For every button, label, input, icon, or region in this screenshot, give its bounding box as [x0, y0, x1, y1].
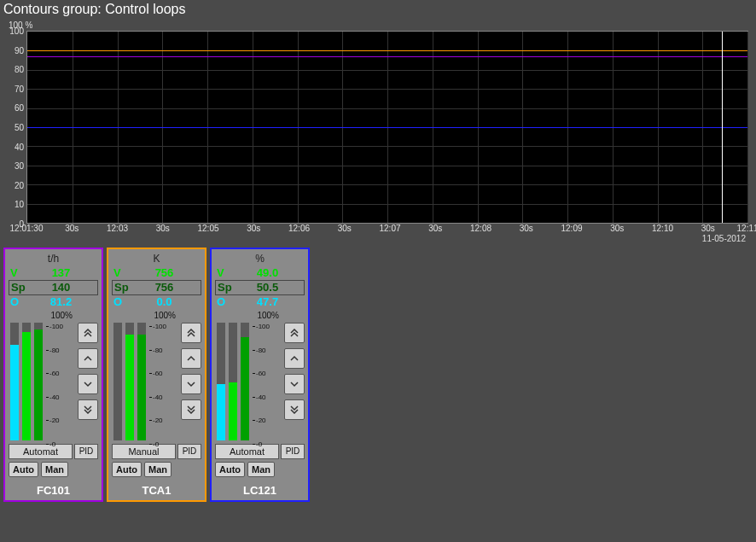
trace-line: [27, 50, 747, 51]
bar-tick: -0: [49, 440, 55, 448]
x-tick: 30s: [156, 224, 170, 233]
loop-values: V756 Sp756 O0.0: [112, 266, 201, 309]
v-label: V: [10, 266, 26, 280]
chart-plot-area[interactable]: [26, 31, 748, 224]
x-tick: 12:10: [652, 224, 673, 233]
bar-tick: -60: [49, 370, 60, 377]
x-tick: 30s: [610, 224, 624, 233]
trace-line: [27, 127, 747, 128]
trace-line: [27, 56, 747, 57]
sp-value[interactable]: 140: [26, 281, 96, 294]
step-up-button[interactable]: [284, 348, 305, 369]
page-title: Contours group: Control loops: [0, 0, 756, 19]
y-tick: 70: [15, 84, 24, 93]
x-tick: 12:05: [197, 224, 218, 233]
chart-cursor[interactable]: [722, 32, 723, 223]
bar-tick: -80: [153, 347, 163, 354]
v-label: V: [217, 266, 232, 280]
auto-button[interactable]: Auto: [9, 462, 38, 477]
val-bar: [22, 323, 31, 440]
o-label: O: [217, 295, 232, 309]
sp-value[interactable]: 756: [130, 281, 199, 294]
mode-display: Automat: [9, 444, 73, 459]
bar-tick: -80: [256, 347, 266, 354]
o-label: O: [10, 295, 26, 309]
x-axis: 11-05-2012 12:01:3030s12:0330s12:0530s12…: [5, 224, 751, 244]
step-down-fast-button[interactable]: [284, 399, 305, 420]
pid-button[interactable]: PID: [177, 444, 201, 459]
x-tick: 12:06: [288, 224, 310, 233]
val-bar: [229, 323, 237, 440]
bar-tick: -60: [256, 370, 266, 377]
bar-tick: -60: [153, 370, 163, 377]
bar-tick: -100: [256, 323, 270, 330]
x-tick: 30s: [338, 224, 352, 233]
step-down-button[interactable]: [78, 374, 98, 394]
step-up-fast-button[interactable]: [78, 323, 98, 343]
man-button[interactable]: Man: [41, 462, 68, 477]
loop-values: V49.0 Sp50.5 O47.7: [215, 266, 305, 309]
bar-scale-label: 100%: [154, 311, 176, 320]
loop-unit: K: [153, 253, 160, 265]
out-bar: [113, 323, 122, 440]
x-tick: 12:11:30: [737, 224, 756, 233]
sp-bar: [241, 323, 249, 440]
sp-label: Sp: [218, 281, 233, 294]
v-label: V: [113, 266, 129, 280]
sp-label: Sp: [114, 281, 130, 294]
step-down-button[interactable]: [181, 374, 201, 394]
auto-button[interactable]: Auto: [112, 462, 142, 477]
v-value: 137: [26, 266, 96, 280]
sp-value[interactable]: 50.5: [233, 281, 302, 294]
loop-panel-FC101: t/h V137 Sp140 O81.2 100% -100-80-60-40-…: [3, 248, 103, 502]
step-up-fast-button[interactable]: [181, 323, 201, 343]
x-tick: 12:01:30: [10, 224, 44, 233]
bar-tick: -100: [153, 323, 166, 330]
step-down-fast-button[interactable]: [181, 399, 201, 420]
bar-tick: -0: [256, 440, 262, 448]
y-tick: 20: [15, 180, 24, 189]
loop-name: TCA1: [142, 484, 172, 497]
bar-tick: -80: [49, 347, 60, 354]
step-up-button[interactable]: [78, 348, 98, 369]
step-up-fast-button[interactable]: [284, 323, 305, 343]
trend-chart: 100 % 1009080706050403020100: [5, 20, 751, 224]
v-value: 756: [129, 266, 200, 280]
y-axis: 1009080706050403020100: [5, 31, 26, 224]
x-tick: 12:08: [470, 224, 491, 233]
bar-tick: -40: [49, 393, 60, 401]
o-value: 0.0: [129, 295, 200, 309]
mode-display: Automat: [215, 444, 279, 459]
step-down-button[interactable]: [284, 374, 305, 394]
bar-tick: -20: [256, 417, 266, 424]
x-tick: 30s: [428, 224, 442, 233]
loop-panel-LC121: % V49.0 Sp50.5 O47.7 100% -100-80-60-40-…: [210, 248, 310, 502]
bar-tick: -20: [49, 417, 60, 424]
chart-date: 11-05-2012: [702, 234, 746, 243]
pid-button[interactable]: PID: [281, 444, 305, 459]
v-value: 49.0: [232, 266, 303, 280]
step-down-fast-button[interactable]: [78, 399, 98, 420]
step-up-button[interactable]: [181, 348, 201, 369]
x-tick: 30s: [520, 224, 533, 233]
x-tick: 30s: [247, 224, 260, 233]
y-tick: 100: [9, 26, 24, 36]
y-tick: 80: [15, 65, 24, 74]
auto-button[interactable]: Auto: [215, 462, 245, 477]
bar-tick: -100: [49, 323, 63, 330]
loop-panel-TCA1: K V756 Sp756 O0.0 100% -100-80-60-40-20-…: [107, 248, 206, 502]
y-tick: 90: [15, 45, 24, 55]
loop-name: FC101: [37, 484, 70, 497]
out-bar: [10, 323, 19, 440]
mode-display: Manual: [112, 444, 176, 459]
o-value: 81.2: [26, 295, 96, 309]
man-button[interactable]: Man: [247, 462, 275, 477]
loop-unit: %: [255, 253, 265, 265]
sp-bar: [34, 323, 43, 440]
pid-button[interactable]: PID: [74, 444, 98, 459]
man-button[interactable]: Man: [144, 462, 172, 477]
o-label: O: [113, 295, 129, 309]
out-bar: [217, 323, 225, 440]
bar-tick: -0: [153, 440, 159, 448]
y-tick: 10: [15, 200, 24, 209]
